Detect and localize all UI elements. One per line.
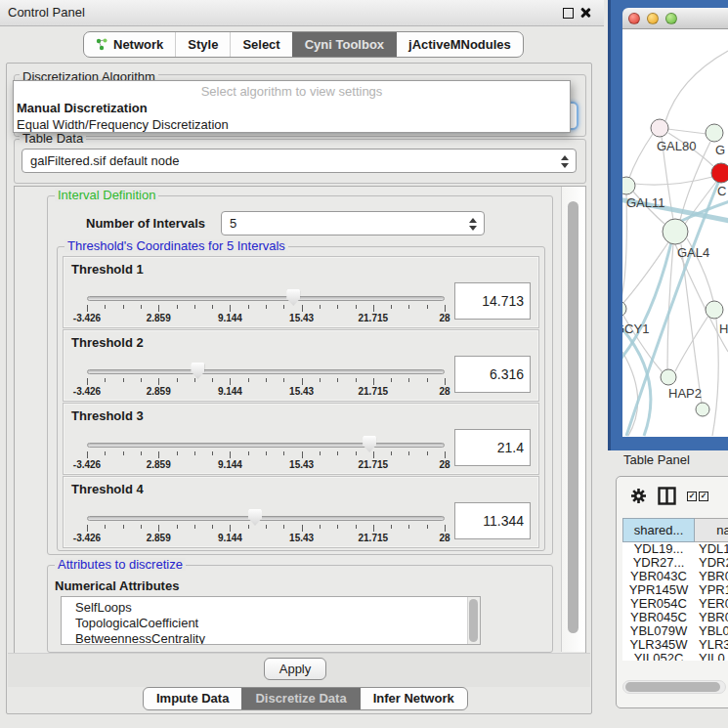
- attribute-item-betweennesscentrality[interactable]: BetweennessCentrality: [62, 631, 480, 645]
- close-traffic-light-icon[interactable]: [628, 13, 640, 24]
- tab-jactivemnodules[interactable]: jActiveMNodules: [396, 32, 523, 57]
- table-row[interactable]: YPR145WYPR1: [622, 583, 728, 597]
- tick-label: 15.43: [289, 459, 314, 470]
- table-row[interactable]: YDR27...YDR2: [622, 556, 728, 570]
- attributes-group-title: Attributes to discretize: [55, 558, 186, 571]
- algorithm-option-equal-width-frequency-discretization[interactable]: Equal Width/Frequency Discretization: [14, 116, 570, 133]
- split-columns-icon[interactable]: [658, 487, 676, 505]
- select-columns-icon[interactable]: ✓ ✓: [687, 492, 708, 501]
- cell-shared-name[interactable]: YDL19...: [622, 542, 695, 556]
- table-data-combobox[interactable]: galFiltered.sif default node: [21, 149, 577, 173]
- minimize-traffic-light-icon[interactable]: [647, 13, 659, 24]
- list-scrollbar-thumb[interactable]: [469, 599, 478, 642]
- attribute-item-selfloops[interactable]: SelfLoops: [62, 600, 480, 616]
- threshold-value-field[interactable]: 6.316: [454, 356, 531, 393]
- tick-mark: [230, 451, 231, 458]
- network-node-unlabeled[interactable]: [696, 403, 709, 416]
- cell-shared-name[interactable]: YIL052C: [622, 652, 695, 661]
- threshold-slider-track[interactable]: [87, 296, 445, 301]
- table-hscrollbar-thumb[interactable]: [625, 682, 720, 692]
- network-node-gal11[interactable]: [622, 177, 635, 194]
- number-of-intervals-combobox[interactable]: 5: [221, 211, 485, 236]
- cell-name[interactable]: YDR2: [695, 556, 728, 570]
- tick-label: 15.43: [289, 313, 314, 323]
- cell-name[interactable]: YER0: [695, 597, 728, 611]
- threshold-slider-handle[interactable]: [248, 509, 262, 526]
- close-icon[interactable]: [579, 7, 591, 19]
- network-node-gal80[interactable]: [651, 119, 668, 137]
- network-node-h[interactable]: [706, 301, 723, 319]
- tab-select[interactable]: Select: [230, 32, 291, 57]
- cell-shared-name[interactable]: YDR27...: [622, 556, 695, 570]
- tab-style[interactable]: Style: [175, 32, 230, 57]
- cell-shared-name[interactable]: YBR045C: [622, 611, 695, 624]
- cell-name[interactable]: YBR0: [695, 611, 728, 624]
- network-icon: [96, 38, 108, 51]
- cell-name[interactable]: YLR3: [695, 638, 728, 652]
- tick-mark: [356, 525, 357, 529]
- cell-name[interactable]: YBR0: [695, 570, 728, 583]
- cell-shared-name[interactable]: YER054C: [622, 597, 695, 611]
- tick-mark: [283, 525, 284, 529]
- threshold-slider-handle[interactable]: [286, 289, 300, 306]
- threshold-value-field[interactable]: 21.4: [454, 429, 531, 466]
- network-node-hap2[interactable]: [661, 369, 676, 385]
- threshold-slider-track[interactable]: [87, 443, 445, 448]
- threshold-box-4: Threshold 4-3.4262.8599.14415.4321.71528…: [63, 476, 539, 548]
- table-row[interactable]: YBR045CYBR0: [622, 611, 728, 624]
- network-node-gcy1[interactable]: [622, 301, 626, 317]
- bottom-tab-infer-network[interactable]: Infer Network: [360, 688, 467, 709]
- table-row[interactable]: YBR043CYBR0: [622, 570, 728, 583]
- tick-mark: [158, 451, 159, 458]
- table-row[interactable]: YBL079WYBL0: [622, 624, 728, 638]
- attribute-item-topologicalcoefficient[interactable]: TopologicalCoefficient: [62, 616, 480, 631]
- threshold-slider-track[interactable]: [87, 369, 445, 374]
- float-window-icon[interactable]: [563, 8, 574, 19]
- cell-shared-name[interactable]: YLR345W: [622, 638, 695, 652]
- cyni-bottom-tab-bar: Impute DataDiscretize DataInfer Network: [143, 687, 468, 710]
- tick-label: 28: [439, 313, 450, 323]
- threshold-value-field[interactable]: 11.344: [454, 502, 531, 539]
- cell-shared-name[interactable]: YPR145W: [622, 583, 695, 597]
- gear-icon[interactable]: [630, 488, 647, 504]
- cell-name[interactable]: YDL1: [695, 542, 728, 556]
- threshold-value-field[interactable]: 14.713: [454, 282, 531, 320]
- tab-cyni-toolbox[interactable]: Cyni Toolbox: [292, 32, 396, 57]
- tick-mark: [230, 305, 231, 312]
- network-window-titlebar[interactable]: [622, 8, 728, 29]
- threshold-slider-handle[interactable]: [363, 436, 376, 452]
- tab-network[interactable]: Network: [84, 32, 175, 57]
- network-node-g[interactable]: [706, 124, 723, 142]
- tick-mark: [391, 305, 392, 309]
- tick-mark: [141, 451, 142, 455]
- tick-mark: [105, 451, 106, 455]
- table-row[interactable]: YLR345WYLR3: [622, 638, 728, 652]
- algorithm-option-manual-discretization[interactable]: Manual Discretization: [14, 100, 570, 116]
- cell-name[interactable]: YIL0: [695, 652, 728, 661]
- network-node-c[interactable]: [711, 163, 728, 183]
- table-row[interactable]: YER054CYER0: [622, 597, 728, 611]
- cell-shared-name[interactable]: YBR043C: [622, 570, 695, 583]
- tab-label: Select: [242, 33, 279, 57]
- cell-shared-name[interactable]: YBL079W: [622, 624, 695, 638]
- bottom-tab-discretize-data[interactable]: Discretize Data: [241, 688, 359, 709]
- tick-mark: [105, 305, 106, 309]
- apply-button[interactable]: Apply: [264, 658, 326, 680]
- cell-name[interactable]: YBL0: [695, 624, 728, 638]
- bottom-tab-impute-data[interactable]: Impute Data: [144, 688, 241, 709]
- threshold-slider-track[interactable]: [87, 516, 445, 521]
- panel-scrollbar-thumb[interactable]: [568, 201, 578, 633]
- threshold-slider-handle[interactable]: [191, 363, 204, 379]
- tick-mark: [158, 305, 159, 312]
- network-node-gal4[interactable]: [663, 219, 688, 244]
- algorithm-dropdown-popup: Select algorithm to view settings Manual…: [13, 80, 571, 133]
- table-row[interactable]: YIL052CYIL0: [622, 652, 728, 661]
- tick-mark: [373, 451, 374, 458]
- table-row[interactable]: YDL19...YDL1: [622, 542, 728, 556]
- numerical-attributes-list[interactable]: SelfLoopsTopologicalCoefficientBetweenne…: [61, 596, 481, 645]
- cell-name[interactable]: YPR1: [695, 583, 728, 597]
- zoom-traffic-light-icon[interactable]: [665, 13, 677, 24]
- column-header-shared-name[interactable]: shared...: [622, 518, 695, 542]
- network-view[interactable]: GAL80GCGAL11GAL4GCY1HHAP2: [622, 29, 728, 437]
- column-header-name[interactable]: na: [695, 518, 728, 542]
